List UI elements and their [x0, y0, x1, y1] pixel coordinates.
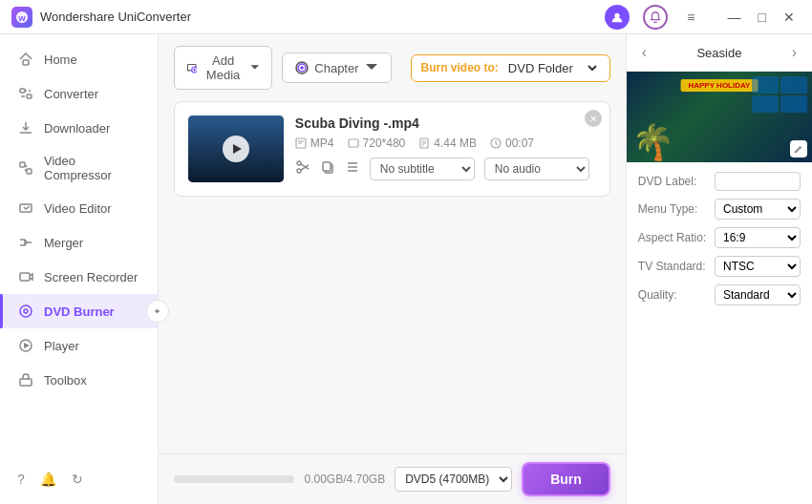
aspect-ratio-row: Aspect Ratio: 16:9 4:3	[638, 227, 801, 248]
window-controls: — □ ✕	[722, 8, 801, 27]
preview-banner: HAPPY HOLIDAY	[680, 79, 758, 92]
video-meta: MP4 720*480 4.44 MB 00:07	[295, 136, 596, 150]
title-bar-left: W Wondershare UniConverter	[11, 7, 191, 28]
aspect-ratio-label: Aspect Ratio:	[638, 231, 706, 244]
video-info: Scuba Diving -.mp4 MP4 720*480 4.44 M	[295, 116, 596, 180]
nav-label: Seaside	[696, 46, 741, 60]
recorder-icon	[17, 268, 34, 285]
video-size: 4.44 MB	[418, 136, 477, 150]
preview-palm: 🌴	[631, 122, 674, 162]
sidebar-collapse-btn[interactable]	[146, 300, 169, 323]
tv-standard-row: TV Standard: NTSC PAL	[638, 256, 801, 277]
video-controls-row: No subtitle No audio	[295, 158, 596, 180]
sidebar-footer: ? 🔔 ↻	[0, 462, 158, 496]
video-thumbnail	[188, 116, 284, 182]
editor-icon	[17, 200, 34, 217]
svg-point-10	[20, 305, 32, 317]
main-layout: Home Converter Downloader Video Compress…	[0, 34, 812, 504]
destination-select[interactable]: DVD Folder ISO File Disc	[504, 60, 600, 76]
subtitle-select[interactable]: No subtitle	[370, 158, 475, 180]
preview-grid	[752, 76, 807, 113]
close-button[interactable]: ✕	[778, 8, 801, 27]
bottom-bar: 0.00GB/4.70GB DVD5 (4700MB) DVD9 (8500MB…	[159, 453, 626, 504]
sidebar: Home Converter Downloader Video Compress…	[0, 34, 159, 504]
svg-rect-4	[20, 89, 25, 93]
sidebar-item-downloader[interactable]: Downloader	[0, 111, 158, 145]
toolbar: Add Media Chapter Burn video to: DVD Fol…	[159, 34, 626, 101]
burn-video-to-container: Burn video to: DVD Folder ISO File Disc	[411, 54, 610, 82]
home-icon	[17, 51, 34, 68]
help-icon[interactable]: ?	[17, 472, 25, 487]
tv-standard-select[interactable]: NTSC PAL	[715, 256, 801, 277]
right-panel-fields: DVD Label: Menu Type: Custom Classic Mod…	[627, 162, 812, 315]
nav-prev-button[interactable]: ‹	[638, 42, 651, 63]
burn-video-to-label: Burn video to:	[421, 61, 499, 74]
progress-bar-container	[174, 475, 295, 483]
add-chapter-button[interactable]: Chapter	[282, 52, 391, 83]
svg-rect-3	[23, 60, 29, 65]
svg-point-11	[24, 309, 28, 313]
svg-rect-27	[323, 162, 331, 171]
quality-row: Quality: Standard High Low	[638, 284, 801, 305]
menu-type-select[interactable]: Custom Classic Modern None	[715, 199, 801, 220]
player-icon	[17, 337, 34, 354]
preview-edit-icon[interactable]	[790, 140, 807, 158]
quality-select[interactable]: Standard High Low	[715, 284, 801, 305]
content-area: Add Media Chapter Burn video to: DVD Fol…	[159, 34, 626, 504]
copy-icon[interactable]	[320, 159, 335, 178]
sidebar-item-merger[interactable]: Merger	[0, 225, 158, 260]
svg-rect-5	[27, 94, 32, 98]
toolbox-icon	[17, 371, 34, 388]
svg-point-24	[297, 161, 301, 165]
sidebar-item-converter[interactable]: Converter	[0, 76, 158, 111]
sidebar-item-home[interactable]: Home	[0, 42, 158, 76]
preview-cell-1	[752, 76, 779, 94]
menu-type-row: Menu Type: Custom Classic Modern None	[638, 199, 801, 220]
title-bar: W Wondershare UniConverter ≡ — □ ✕	[0, 0, 812, 34]
svg-rect-14	[20, 379, 32, 386]
merger-icon	[17, 234, 34, 251]
disc-type-select[interactable]: DVD5 (4700MB) DVD9 (8500MB)	[395, 467, 512, 492]
minimize-button[interactable]: —	[722, 8, 747, 27]
svg-rect-21	[349, 139, 358, 147]
sidebar-item-dvd-burner[interactable]: DVD Burner	[0, 294, 158, 328]
sidebar-item-video-compressor[interactable]: Video Compressor	[0, 145, 158, 191]
title-bar-right: ≡ — □ ✕	[605, 5, 801, 30]
add-media-button[interactable]: Add Media	[174, 46, 272, 90]
preview-cell-4	[780, 95, 807, 113]
menu-type-label: Menu Type:	[638, 202, 697, 216]
video-resolution: 720*480	[348, 136, 406, 150]
menu-icon[interactable]: ≡	[681, 6, 700, 29]
dvd-burner-icon	[17, 303, 34, 320]
maximize-button[interactable]: □	[753, 8, 772, 27]
nav-next-button[interactable]: ›	[788, 42, 801, 63]
svg-point-25	[297, 169, 301, 173]
burn-button[interactable]: Burn	[522, 462, 610, 496]
sidebar-item-player[interactable]: Player	[0, 328, 158, 363]
video-card-close-button[interactable]: ✕	[585, 110, 602, 127]
dvd-label-input[interactable]	[715, 172, 801, 191]
bell-icon[interactable]: 🔔	[40, 472, 56, 487]
refresh-icon[interactable]: ↻	[72, 472, 83, 487]
user-icon-btn[interactable]	[605, 5, 630, 30]
list-icon[interactable]	[345, 159, 360, 178]
storage-info: 0.00GB/4.70GB	[304, 472, 385, 486]
video-list-area: ✕ Scuba Diving -.mp4 MP4	[159, 101, 626, 453]
converter-icon	[17, 85, 34, 102]
right-panel-nav: ‹ Seaside ›	[627, 34, 812, 72]
tv-standard-label: TV Standard:	[638, 260, 706, 273]
cut-icon[interactable]	[295, 159, 310, 178]
compressor-icon	[17, 159, 34, 177]
notification-icon[interactable]	[643, 5, 668, 30]
sidebar-item-video-editor[interactable]: Video Editor	[0, 191, 158, 225]
downloader-icon	[17, 119, 34, 136]
aspect-ratio-select[interactable]: 16:9 4:3	[715, 227, 801, 248]
sidebar-item-toolbox[interactable]: Toolbox	[0, 363, 158, 397]
svg-text:W: W	[18, 13, 26, 22]
svg-marker-13	[24, 343, 30, 348]
sidebar-item-screen-recorder[interactable]: Screen Recorder	[0, 260, 158, 294]
audio-select[interactable]: No audio	[484, 158, 589, 180]
play-button[interactable]	[223, 136, 249, 162]
app-icon: W	[11, 7, 32, 28]
video-card: ✕ Scuba Diving -.mp4 MP4	[174, 101, 610, 197]
